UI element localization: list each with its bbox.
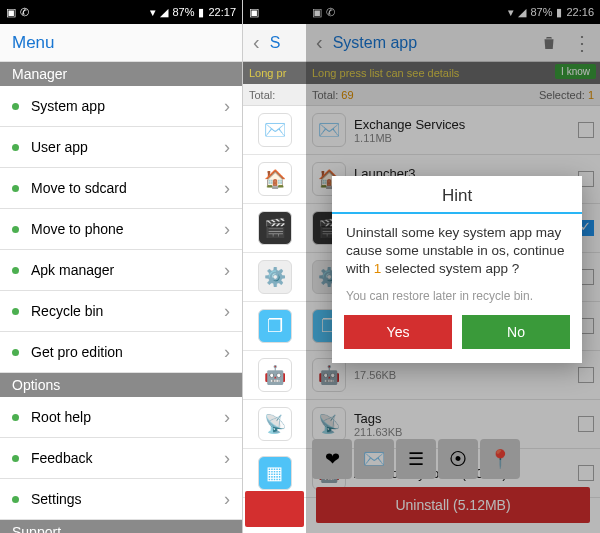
bullet-icon bbox=[12, 185, 19, 192]
hint-bar: Long pr bbox=[243, 62, 306, 84]
recent-apps-tray: ❤ ✉️ ☰ ⦿ 📍 bbox=[312, 439, 520, 479]
list-item[interactable]: 📡 bbox=[243, 400, 306, 449]
screenshot-icon: ▣ bbox=[6, 6, 16, 19]
thumb-icon[interactable]: 📍 bbox=[480, 439, 520, 479]
list-item[interactable]: ⚙️ bbox=[243, 253, 306, 302]
menu-item-label: Recycle bin bbox=[31, 303, 103, 319]
list-item[interactable]: 🤖 bbox=[243, 351, 306, 400]
menu-item-user-app[interactable]: User app › bbox=[0, 127, 242, 168]
status-bar: ▣ bbox=[243, 0, 306, 24]
status-bar: ▣ ✆ ▾ ◢ 87% ▮ 22:16 bbox=[306, 0, 600, 24]
phone-icon: ✆ bbox=[326, 6, 335, 19]
bullet-icon bbox=[12, 455, 19, 462]
bullet-icon bbox=[12, 267, 19, 274]
screen-menu: ▣ ✆ ▾ ◢ 87% ▮ 22:17 Menu Manager System … bbox=[0, 0, 243, 533]
thumb-icon[interactable]: ⦿ bbox=[438, 439, 478, 479]
overflow-button[interactable]: ⋮ bbox=[568, 31, 594, 55]
battery-label: 87% bbox=[530, 6, 552, 18]
wifi-icon: ▾ bbox=[150, 6, 156, 19]
gear-icon: ⚙️ bbox=[258, 260, 292, 294]
menu-item-label: User app bbox=[31, 139, 88, 155]
chevron-right-icon: › bbox=[224, 178, 230, 199]
menu-item-feedback[interactable]: Feedback › bbox=[0, 438, 242, 479]
bullet-icon bbox=[12, 103, 19, 110]
menu-item-label: Get pro edition bbox=[31, 344, 123, 360]
menu-title: Menu bbox=[0, 24, 242, 62]
android-icon: 🤖 bbox=[312, 358, 346, 392]
back-button[interactable]: ‹ bbox=[312, 31, 327, 54]
total-label: Total: bbox=[312, 89, 338, 101]
iknow-button[interactable]: I know bbox=[555, 64, 596, 79]
section-support: Support bbox=[0, 520, 242, 533]
app-name: Exchange Services bbox=[354, 117, 570, 132]
list-item[interactable]: 🎬 bbox=[243, 204, 306, 253]
dialog-text: selected system app ? bbox=[381, 261, 519, 276]
menu-item-move-phone[interactable]: Move to phone › bbox=[0, 209, 242, 250]
chevron-right-icon: › bbox=[224, 407, 230, 428]
menu-item-label: Apk manager bbox=[31, 262, 114, 278]
yes-button[interactable]: Yes bbox=[344, 315, 452, 349]
total-bar: Total: 69 Selected: 1 bbox=[306, 84, 600, 106]
menu-item-settings[interactable]: Settings › bbox=[0, 479, 242, 520]
trash-icon bbox=[540, 34, 558, 52]
wifi-icon: ▾ bbox=[508, 6, 514, 19]
total-bar: Total: bbox=[243, 84, 306, 106]
checkbox[interactable] bbox=[578, 122, 594, 138]
thumb-icon[interactable]: ❤ bbox=[312, 439, 352, 479]
trash-button[interactable] bbox=[536, 34, 562, 52]
list-item[interactable]: ❐ bbox=[243, 302, 306, 351]
android-icon: 🤖 bbox=[258, 358, 292, 392]
chevron-right-icon: › bbox=[224, 96, 230, 117]
dialog-body: Uninstall some key system app may cause … bbox=[332, 224, 582, 287]
menu-item-get-pro[interactable]: Get pro edition › bbox=[0, 332, 242, 373]
thumb-icon[interactable]: ☰ bbox=[396, 439, 436, 479]
app-size: 17.56KB bbox=[354, 369, 570, 381]
menu-item-label: System app bbox=[31, 98, 105, 114]
list-item[interactable]: 🏠 bbox=[243, 155, 306, 204]
screen-list-peek: ▣ ‹ S Long pr Total: ✉️ 🏠 🎬 ⚙️ ❐ 🤖 📡 ▦ bbox=[243, 0, 306, 533]
menu-item-move-sdcard[interactable]: Move to sdcard › bbox=[0, 168, 242, 209]
menu-item-label: Feedback bbox=[31, 450, 92, 466]
list-item[interactable]: ✉️ bbox=[243, 106, 306, 155]
checkbox[interactable] bbox=[578, 367, 594, 383]
menu-item-label: Move to phone bbox=[31, 221, 124, 237]
section-options: Options bbox=[0, 373, 242, 397]
hint-dialog: Hint Uninstall some key system app may c… bbox=[332, 176, 582, 363]
screenshot-icon: ▣ bbox=[312, 6, 322, 19]
checkbox[interactable] bbox=[578, 465, 594, 481]
thumb-icon[interactable]: ✉️ bbox=[354, 439, 394, 479]
envelope-icon: ✉️ bbox=[258, 113, 292, 147]
menu-item-apk-manager[interactable]: Apk manager › bbox=[0, 250, 242, 291]
app-bar: ‹ System app ⋮ bbox=[306, 24, 600, 62]
page-title: S bbox=[270, 34, 300, 52]
clock: 22:17 bbox=[208, 6, 236, 18]
checkbox[interactable] bbox=[578, 416, 594, 432]
bullet-icon bbox=[12, 414, 19, 421]
windows-icon: ❐ bbox=[258, 309, 292, 343]
uninstall-button[interactable] bbox=[245, 491, 304, 527]
battery-label: 87% bbox=[172, 6, 194, 18]
bullet-icon bbox=[12, 144, 19, 151]
back-button[interactable]: ‹ bbox=[249, 31, 264, 54]
screen-system-app: ▣ ✆ ▾ ◢ 87% ▮ 22:16 ‹ System app ⋮ Long … bbox=[306, 0, 600, 533]
dialog-title: Hint bbox=[332, 176, 582, 212]
signal-icon: ◢ bbox=[160, 6, 168, 19]
app-name: Tags bbox=[354, 411, 570, 426]
no-button[interactable]: No bbox=[462, 315, 570, 349]
nfc-icon: 📡 bbox=[312, 407, 346, 441]
bullet-icon bbox=[12, 308, 19, 315]
menu-item-recycle-bin[interactable]: Recycle bin › bbox=[0, 291, 242, 332]
signal-icon: ◢ bbox=[518, 6, 526, 19]
chevron-right-icon: › bbox=[224, 489, 230, 510]
app-icon: ▦ bbox=[258, 456, 292, 490]
menu-item-system-app[interactable]: System app › bbox=[0, 86, 242, 127]
app-size: 1.11MB bbox=[354, 132, 570, 144]
clock: 22:16 bbox=[566, 6, 594, 18]
app-row-exchange[interactable]: ✉️ Exchange Services 1.11MB bbox=[306, 106, 600, 155]
status-bar: ▣ ✆ ▾ ◢ 87% ▮ 22:17 bbox=[0, 0, 242, 24]
uninstall-label: Uninstall (5.12MB) bbox=[395, 497, 510, 513]
uninstall-button[interactable]: Uninstall (5.12MB) bbox=[316, 487, 590, 523]
chevron-right-icon: › bbox=[224, 137, 230, 158]
divider bbox=[332, 212, 582, 214]
menu-item-root-help[interactable]: Root help › bbox=[0, 397, 242, 438]
